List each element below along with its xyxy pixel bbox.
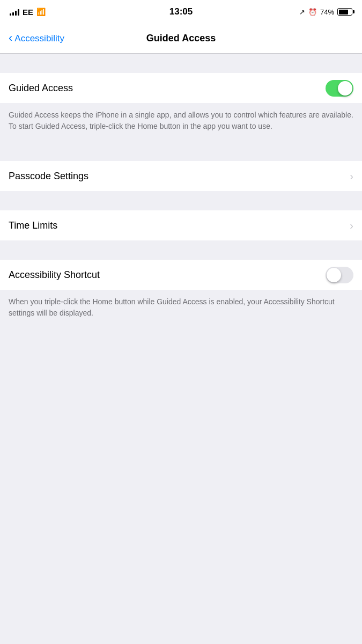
bottom-fill xyxy=(0,328,362,479)
signal-icon xyxy=(10,8,19,16)
guided-access-toggle[interactable] xyxy=(326,80,353,97)
spacer-2 xyxy=(0,191,362,210)
toggle-knob-2 xyxy=(327,268,341,282)
guided-access-label: Guided Access xyxy=(9,83,73,94)
guided-access-description: Guided Access keeps the iPhone in a sing… xyxy=(0,103,362,142)
back-chevron-icon: ‹ xyxy=(9,32,12,44)
accessibility-shortcut-description: When you triple-click the Home button wh… xyxy=(0,290,362,328)
passcode-group: Passcode Settings › xyxy=(0,161,362,191)
toggle-knob xyxy=(338,81,352,96)
passcode-chevron-icon: › xyxy=(350,170,353,182)
status-right: ↗ ⏰ 74% xyxy=(299,8,352,16)
back-label: Accessibility xyxy=(14,33,64,44)
guided-access-group: Guided Access xyxy=(0,73,362,103)
battery-indicator xyxy=(337,8,352,16)
accessibility-shortcut-group: Accessibility Shortcut xyxy=(0,260,362,290)
wifi-icon: 📶 xyxy=(36,8,46,16)
location-icon: ↗ xyxy=(299,8,305,16)
spacer-3 xyxy=(0,240,362,260)
back-button[interactable]: ‹ Accessibility xyxy=(9,33,64,44)
passcode-settings-label: Passcode Settings xyxy=(9,171,88,182)
nav-bar: ‹ Accessibility Guided Access xyxy=(0,24,362,54)
time-limits-row[interactable]: Time Limits › xyxy=(0,210,362,240)
top-spacer xyxy=(0,54,362,73)
page-title: Guided Access xyxy=(146,33,216,44)
status-bar: EE 📶 13:05 ↗ ⏰ 74% xyxy=(0,0,362,24)
status-left: EE 📶 xyxy=(10,8,46,17)
accessibility-shortcut-label: Accessibility Shortcut xyxy=(9,269,100,281)
carrier-label: EE xyxy=(23,8,33,17)
spacer-1 xyxy=(0,142,362,161)
status-time: 13:05 xyxy=(169,6,193,17)
time-limits-label: Time Limits xyxy=(9,220,57,231)
accessibility-shortcut-toggle[interactable] xyxy=(326,267,353,283)
accessibility-shortcut-row: Accessibility Shortcut xyxy=(0,260,362,290)
guided-access-row: Guided Access xyxy=(0,73,362,103)
time-limits-chevron-icon: › xyxy=(350,219,353,232)
time-limits-group: Time Limits › xyxy=(0,210,362,240)
alarm-icon: ⏰ xyxy=(308,8,317,16)
battery-percent: 74% xyxy=(320,8,334,16)
passcode-settings-row[interactable]: Passcode Settings › xyxy=(0,161,362,191)
